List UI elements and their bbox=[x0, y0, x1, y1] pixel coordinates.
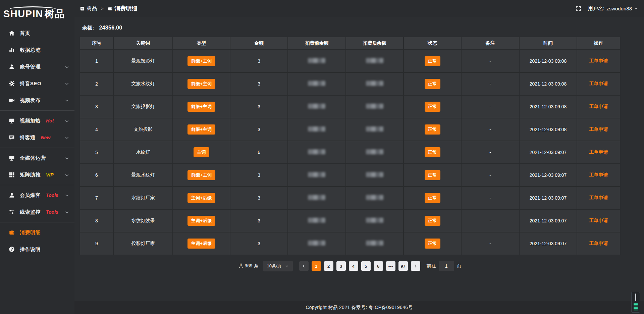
cell-balance-after bbox=[346, 164, 404, 187]
sidebar-item-badge: Tools bbox=[46, 193, 58, 198]
cell-time: 2021-12-03 09:08 bbox=[519, 118, 577, 141]
cell-amount: 3 bbox=[230, 72, 288, 95]
screen-icon bbox=[9, 118, 15, 124]
app-window: SHUPIN树品 首页 数据总览 账号管理 抖音SEO 视频发布 bbox=[0, 0, 644, 314]
work-order-link[interactable]: 工单申请 bbox=[589, 241, 608, 246]
page-button-1[interactable]: 1 bbox=[312, 261, 321, 271]
cell-action: 工单申请 bbox=[577, 232, 620, 255]
user-menu[interactable]: 用户名: zswodun88 bbox=[588, 5, 638, 12]
work-order-link[interactable]: 工单申请 bbox=[589, 195, 608, 200]
page-size-value: 10条/页 bbox=[267, 263, 282, 269]
fullscreen-icon[interactable] bbox=[576, 6, 581, 11]
cell-amount: 3 bbox=[230, 232, 288, 255]
jump-prefix: 前往 bbox=[427, 263, 436, 269]
balance-label: 余额: bbox=[82, 25, 94, 31]
sidebar-item-3[interactable]: 抖音SEO bbox=[0, 75, 74, 92]
sidebar-item-0[interactable]: 首页 bbox=[0, 25, 74, 42]
work-order-link[interactable]: 工单申请 bbox=[589, 81, 608, 86]
breadcrumb-label: 树品 bbox=[87, 5, 97, 12]
cell-status: 正常 bbox=[404, 95, 461, 118]
chevron-down-icon bbox=[65, 136, 69, 140]
table-row: 4 文旅投影 前缀+主词 3 正常 - 2021-12-03 09:08 工单申… bbox=[80, 118, 620, 141]
masked-balance-after bbox=[366, 218, 383, 223]
balance-value: 24856.00 bbox=[99, 25, 122, 31]
cell-time: 2021-12-03 09:07 bbox=[519, 209, 577, 232]
masked-balance-after bbox=[366, 195, 383, 200]
work-order-link[interactable]: 工单申请 bbox=[589, 218, 608, 223]
cell-balance-before bbox=[288, 232, 345, 255]
table-row: 6 景观水纹灯 前缀+主词 3 正常 - 2021-12-03 09:07 工单… bbox=[80, 164, 620, 187]
table-row: 3 文旅投影灯 前缀+主词 3 正常 - 2021-12-03 09:08 工单… bbox=[80, 95, 620, 118]
sidebar-item-15[interactable]: 消费明细 bbox=[0, 224, 74, 241]
sidebar-item-13[interactable]: 线索监控 Tools bbox=[0, 204, 74, 220]
page-jump: 前往 页 bbox=[427, 261, 462, 271]
cell-remark: - bbox=[461, 209, 519, 232]
topbar: 树品 > 消费明细 用户名: zswodun88 bbox=[74, 0, 644, 17]
cell-index: 4 bbox=[80, 118, 113, 141]
sidebar-item-10[interactable]: 矩阵助推 VIP bbox=[0, 166, 74, 183]
page-size-select[interactable]: 10条/页 bbox=[263, 261, 293, 271]
cell-time: 2021-12-03 09:07 bbox=[519, 232, 577, 255]
monitor-icon bbox=[9, 155, 15, 161]
status-badge: 正常 bbox=[425, 147, 440, 157]
breadcrumb-item-home[interactable]: 树品 bbox=[80, 5, 97, 12]
page-button-5[interactable]: 5 bbox=[361, 261, 371, 271]
cell-keyword: 水纹灯效果 bbox=[113, 209, 173, 232]
masked-balance-after bbox=[366, 81, 383, 86]
sidebar-item-badge: Tools bbox=[46, 209, 58, 215]
work-order-link[interactable]: 工单申请 bbox=[589, 126, 608, 132]
balance: 余额: 24856.00 bbox=[82, 25, 621, 31]
column-header: 类型 bbox=[173, 37, 230, 50]
sidebar-item-16[interactable]: 操作说明 bbox=[0, 241, 74, 258]
column-header: 操作 bbox=[577, 37, 620, 50]
work-order-link[interactable]: 工单申请 bbox=[589, 58, 608, 63]
sidebar-item-1[interactable]: 数据总览 bbox=[0, 42, 74, 58]
type-badge: 主词 bbox=[194, 147, 209, 157]
chevron-down-icon bbox=[634, 6, 638, 11]
gear-icon bbox=[9, 81, 15, 87]
cell-time: 2021-12-03 09:07 bbox=[519, 187, 577, 209]
work-order-link[interactable]: 工单申请 bbox=[589, 149, 608, 155]
sidebar-item-9[interactable]: 全媒体运营 bbox=[0, 150, 74, 166]
chevron-down-icon bbox=[285, 264, 289, 269]
cell-amount: 3 bbox=[230, 164, 288, 187]
cell-balance-after bbox=[346, 118, 404, 141]
sidebar-item-label: 操作说明 bbox=[20, 246, 41, 253]
cell-index: 6 bbox=[80, 164, 113, 187]
sidebar: SHUPIN树品 首页 数据总览 账号管理 抖音SEO 视频发布 bbox=[0, 0, 74, 314]
page-button-2[interactable]: 2 bbox=[324, 261, 333, 271]
sidebar-item-12[interactable]: 会员爆客 Tools bbox=[0, 187, 74, 204]
work-order-link[interactable]: 工单申请 bbox=[589, 172, 608, 177]
sidebar-item-7[interactable]: 抖客通 New bbox=[0, 129, 74, 146]
cell-time: 2021-12-03 09:07 bbox=[519, 141, 577, 164]
type-badge: 主词+后缀 bbox=[187, 239, 215, 249]
page-button-4[interactable]: 4 bbox=[349, 261, 358, 271]
sidebar-item-label: 账号管理 bbox=[20, 64, 41, 70]
work-order-link[interactable]: 工单申请 bbox=[589, 104, 608, 109]
next-page-button[interactable] bbox=[411, 261, 420, 271]
wallet-icon bbox=[108, 6, 113, 11]
cell-index: 9 bbox=[80, 232, 113, 255]
pagination-ellipsis[interactable]: ••• bbox=[386, 261, 395, 271]
sidebar-item-6[interactable]: 视频加热 Hot bbox=[0, 112, 74, 129]
wallet-icon bbox=[9, 229, 15, 235]
sidebar-item-4[interactable]: 视频发布 bbox=[0, 92, 74, 109]
topbar-right: 用户名: zswodun88 bbox=[576, 5, 638, 12]
masked-balance-before bbox=[308, 81, 325, 86]
sidebar-item-label: 抖客通 bbox=[20, 135, 36, 141]
sidebar-item-label: 首页 bbox=[20, 30, 30, 37]
column-header: 时间 bbox=[519, 37, 577, 50]
footer: Copyright 树品 2021 备案号: 粤ICP备09019646号 bbox=[74, 301, 644, 314]
page-button-6[interactable]: 6 bbox=[374, 261, 383, 271]
page-button-97[interactable]: 97 bbox=[398, 261, 408, 271]
prev-page-button[interactable] bbox=[299, 261, 309, 271]
jump-page-input[interactable] bbox=[439, 261, 454, 271]
cell-balance-after bbox=[346, 187, 404, 209]
sidebar-item-2[interactable]: 账号管理 bbox=[0, 58, 74, 75]
sidebar-nav: 首页 数据总览 账号管理 抖音SEO 视频发布 视频加热 H bbox=[0, 20, 74, 258]
page-button-3[interactable]: 3 bbox=[336, 261, 346, 271]
sidebar-item-label: 抖音SEO bbox=[20, 81, 41, 87]
sidebar-divider bbox=[0, 110, 74, 111]
type-badge: 前缀+主词 bbox=[187, 170, 215, 180]
copyright-text: Copyright 树品 2021 备案号: 粤ICP备09019646号 bbox=[306, 305, 413, 311]
